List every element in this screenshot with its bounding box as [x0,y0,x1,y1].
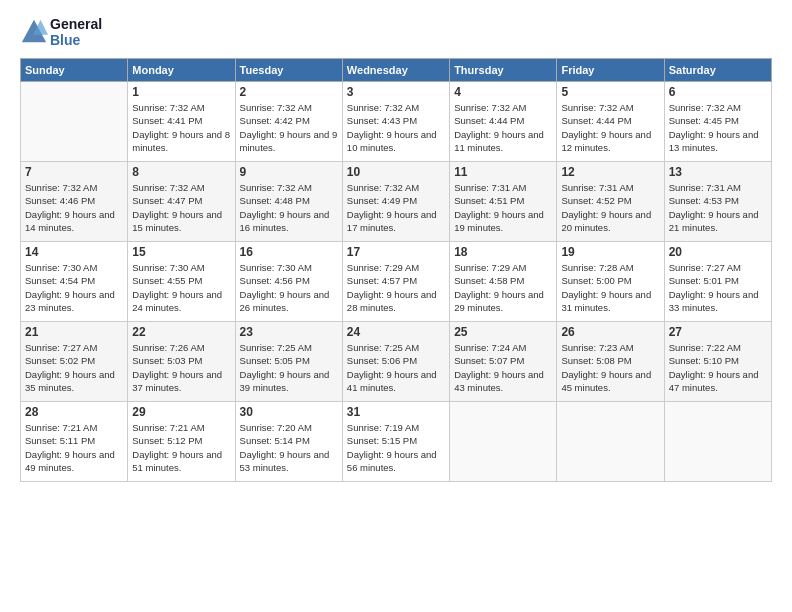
daylight: Daylight: 9 hours and 12 minutes. [561,128,659,155]
daylight: Daylight: 9 hours and 41 minutes. [347,368,445,395]
sunset: Sunset: 5:10 PM [669,354,767,367]
day-number: 22 [132,325,230,339]
sunset: Sunset: 5:00 PM [561,274,659,287]
day-cell: 8 Sunrise: 7:32 AM Sunset: 4:47 PM Dayli… [128,162,235,242]
day-info: Sunrise: 7:25 AM Sunset: 5:05 PM Dayligh… [240,341,338,394]
daylight: Daylight: 9 hours and 51 minutes. [132,448,230,475]
day-number: 27 [669,325,767,339]
sunset: Sunset: 4:46 PM [25,194,123,207]
day-info: Sunrise: 7:23 AM Sunset: 5:08 PM Dayligh… [561,341,659,394]
day-cell: 7 Sunrise: 7:32 AM Sunset: 4:46 PM Dayli… [21,162,128,242]
day-number: 28 [25,405,123,419]
day-info: Sunrise: 7:27 AM Sunset: 5:02 PM Dayligh… [25,341,123,394]
sunset: Sunset: 5:15 PM [347,434,445,447]
sunrise: Sunrise: 7:29 AM [454,261,552,274]
day-info: Sunrise: 7:22 AM Sunset: 5:10 PM Dayligh… [669,341,767,394]
daylight: Daylight: 9 hours and 29 minutes. [454,288,552,315]
logo-text: General Blue [50,16,102,48]
sunset: Sunset: 5:14 PM [240,434,338,447]
sunrise: Sunrise: 7:31 AM [669,181,767,194]
day-cell: 28 Sunrise: 7:21 AM Sunset: 5:11 PM Dayl… [21,402,128,482]
day-info: Sunrise: 7:21 AM Sunset: 5:11 PM Dayligh… [25,421,123,474]
day-number: 1 [132,85,230,99]
day-number: 10 [347,165,445,179]
day-cell: 25 Sunrise: 7:24 AM Sunset: 5:07 PM Dayl… [450,322,557,402]
daylight: Daylight: 9 hours and 14 minutes. [25,208,123,235]
daylight: Daylight: 9 hours and 35 minutes. [25,368,123,395]
sunrise: Sunrise: 7:26 AM [132,341,230,354]
weekday-header-row: SundayMondayTuesdayWednesdayThursdayFrid… [21,59,772,82]
sunset: Sunset: 4:41 PM [132,114,230,127]
sunrise: Sunrise: 7:21 AM [132,421,230,434]
daylight: Daylight: 9 hours and 28 minutes. [347,288,445,315]
week-row-1: 1 Sunrise: 7:32 AM Sunset: 4:41 PM Dayli… [21,82,772,162]
sunset: Sunset: 4:42 PM [240,114,338,127]
day-info: Sunrise: 7:32 AM Sunset: 4:48 PM Dayligh… [240,181,338,234]
day-cell: 14 Sunrise: 7:30 AM Sunset: 4:54 PM Dayl… [21,242,128,322]
day-cell: 3 Sunrise: 7:32 AM Sunset: 4:43 PM Dayli… [342,82,449,162]
daylight: Daylight: 9 hours and 16 minutes. [240,208,338,235]
week-row-5: 28 Sunrise: 7:21 AM Sunset: 5:11 PM Dayl… [21,402,772,482]
week-row-4: 21 Sunrise: 7:27 AM Sunset: 5:02 PM Dayl… [21,322,772,402]
day-cell: 11 Sunrise: 7:31 AM Sunset: 4:51 PM Dayl… [450,162,557,242]
sunset: Sunset: 5:05 PM [240,354,338,367]
sunset: Sunset: 4:45 PM [669,114,767,127]
sunset: Sunset: 4:44 PM [454,114,552,127]
day-cell: 5 Sunrise: 7:32 AM Sunset: 4:44 PM Dayli… [557,82,664,162]
day-number: 17 [347,245,445,259]
day-cell: 9 Sunrise: 7:32 AM Sunset: 4:48 PM Dayli… [235,162,342,242]
day-info: Sunrise: 7:24 AM Sunset: 5:07 PM Dayligh… [454,341,552,394]
day-cell [450,402,557,482]
day-number: 19 [561,245,659,259]
day-number: 15 [132,245,230,259]
daylight: Daylight: 9 hours and 21 minutes. [669,208,767,235]
sunset: Sunset: 4:48 PM [240,194,338,207]
day-number: 11 [454,165,552,179]
day-cell: 12 Sunrise: 7:31 AM Sunset: 4:52 PM Dayl… [557,162,664,242]
weekday-header-saturday: Saturday [664,59,771,82]
sunset: Sunset: 5:02 PM [25,354,123,367]
day-info: Sunrise: 7:19 AM Sunset: 5:15 PM Dayligh… [347,421,445,474]
daylight: Daylight: 9 hours and 43 minutes. [454,368,552,395]
sunrise: Sunrise: 7:32 AM [347,181,445,194]
sunset: Sunset: 5:08 PM [561,354,659,367]
day-cell: 29 Sunrise: 7:21 AM Sunset: 5:12 PM Dayl… [128,402,235,482]
sunset: Sunset: 5:11 PM [25,434,123,447]
day-number: 2 [240,85,338,99]
day-number: 16 [240,245,338,259]
day-number: 30 [240,405,338,419]
header: General Blue [20,16,772,48]
day-cell: 24 Sunrise: 7:25 AM Sunset: 5:06 PM Dayl… [342,322,449,402]
sunrise: Sunrise: 7:25 AM [347,341,445,354]
day-number: 25 [454,325,552,339]
day-info: Sunrise: 7:21 AM Sunset: 5:12 PM Dayligh… [132,421,230,474]
day-info: Sunrise: 7:30 AM Sunset: 4:56 PM Dayligh… [240,261,338,314]
day-number: 4 [454,85,552,99]
sunset: Sunset: 4:53 PM [669,194,767,207]
day-cell: 21 Sunrise: 7:27 AM Sunset: 5:02 PM Dayl… [21,322,128,402]
sunset: Sunset: 5:06 PM [347,354,445,367]
sunrise: Sunrise: 7:32 AM [669,101,767,114]
day-cell: 15 Sunrise: 7:30 AM Sunset: 4:55 PM Dayl… [128,242,235,322]
sunrise: Sunrise: 7:20 AM [240,421,338,434]
day-cell: 10 Sunrise: 7:32 AM Sunset: 4:49 PM Dayl… [342,162,449,242]
sunrise: Sunrise: 7:23 AM [561,341,659,354]
week-row-3: 14 Sunrise: 7:30 AM Sunset: 4:54 PM Dayl… [21,242,772,322]
sunrise: Sunrise: 7:30 AM [132,261,230,274]
sunset: Sunset: 4:57 PM [347,274,445,287]
weekday-header-monday: Monday [128,59,235,82]
daylight: Daylight: 9 hours and 11 minutes. [454,128,552,155]
sunset: Sunset: 4:54 PM [25,274,123,287]
sunrise: Sunrise: 7:19 AM [347,421,445,434]
day-info: Sunrise: 7:32 AM Sunset: 4:42 PM Dayligh… [240,101,338,154]
sunrise: Sunrise: 7:21 AM [25,421,123,434]
sunrise: Sunrise: 7:27 AM [25,341,123,354]
sunset: Sunset: 4:56 PM [240,274,338,287]
sunrise: Sunrise: 7:31 AM [561,181,659,194]
sunrise: Sunrise: 7:25 AM [240,341,338,354]
day-cell: 31 Sunrise: 7:19 AM Sunset: 5:15 PM Dayl… [342,402,449,482]
sunset: Sunset: 4:52 PM [561,194,659,207]
day-number: 29 [132,405,230,419]
daylight: Daylight: 9 hours and 47 minutes. [669,368,767,395]
day-info: Sunrise: 7:29 AM Sunset: 4:58 PM Dayligh… [454,261,552,314]
